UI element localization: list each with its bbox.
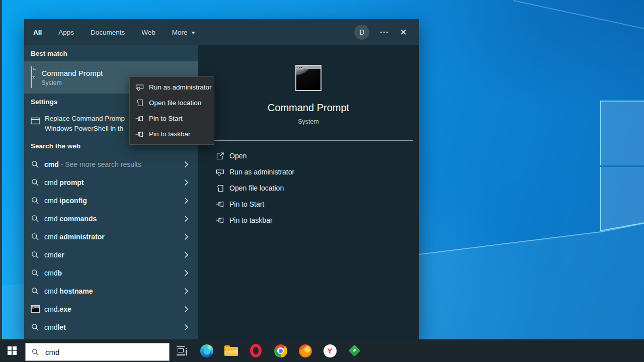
pin-icon	[216, 200, 224, 208]
result-text: cmd commands	[44, 215, 97, 223]
detail-panel: C:\_ Command Prompt System OpenRun as ad…	[198, 45, 419, 339]
pin-icon	[135, 115, 144, 123]
result-text: cmd - See more search results	[44, 160, 141, 168]
action-label: Run as administrator	[229, 168, 294, 176]
more-options-icon[interactable]	[379, 30, 389, 35]
tab-all[interactable]: All	[33, 19, 42, 45]
taskbar-search-box[interactable]	[25, 343, 170, 361]
tab-label: Web	[141, 29, 155, 36]
start-button[interactable]	[0, 339, 24, 362]
tab-documents[interactable]: Documents	[91, 19, 125, 45]
context-menu: Run as administratorOpen file locationPi…	[129, 76, 214, 145]
section-header-settings: Settings	[31, 98, 57, 106]
context-menu-item-open-file-location[interactable]: Open file location	[130, 95, 214, 111]
search-icon	[31, 197, 40, 205]
chevron-right-icon[interactable]	[184, 324, 189, 333]
opera-taskbar-icon[interactable]	[244, 339, 268, 362]
chevron-right-icon[interactable]	[184, 161, 189, 170]
close-icon[interactable]: ✕	[399, 27, 408, 38]
section-header-best-match: Best match	[31, 50, 67, 57]
search-icon	[31, 178, 40, 187]
yandex-browser-taskbar-icon[interactable]: Y	[317, 339, 342, 362]
search-icon	[31, 323, 40, 331]
result-text: cmd hostname	[44, 287, 93, 295]
taskbar-icons: Y	[170, 339, 367, 362]
detail-action-pin-to-start[interactable]: Pin to Start	[198, 196, 419, 212]
desktop: AllAppsDocumentsWebMore D ✕ Best match C…	[0, 0, 644, 362]
context-menu-item-run-as-administrator[interactable]: Run as administrator	[130, 79, 214, 95]
action-label: Open	[229, 152, 247, 160]
command-prompt-large-icon: C:\_	[198, 65, 419, 91]
shield-window-icon	[135, 83, 144, 92]
edge-taskbar-icon[interactable]	[194, 339, 219, 362]
action-label: Pin to Start	[229, 200, 264, 208]
web-result-row[interactable]: cmd hostname	[24, 282, 198, 300]
folder-page-icon	[135, 99, 144, 107]
action-label: Pin to Start	[149, 115, 183, 122]
detail-title: Command Prompt	[198, 102, 419, 114]
tab-more[interactable]: More	[172, 19, 195, 45]
search-icon	[32, 348, 39, 356]
action-label: Open file location	[149, 99, 201, 107]
result-text: cmd ipconfig	[44, 197, 87, 205]
detail-divider	[214, 140, 413, 141]
web-result-row[interactable]: cmdlet	[24, 318, 198, 336]
chevron-right-icon[interactable]	[184, 288, 189, 297]
web-result-row[interactable]: cmder	[24, 246, 198, 264]
windows-logo-pane	[600, 101, 644, 165]
tab-label: All	[33, 29, 42, 36]
search-flyout: AllAppsDocumentsWebMore D ✕ Best match C…	[24, 19, 419, 339]
chevron-down-icon	[191, 32, 195, 34]
task-view-button[interactable]	[170, 339, 194, 362]
tab-web[interactable]: Web	[141, 19, 155, 45]
context-menu-item-pin-to-start[interactable]: Pin to Start	[130, 111, 214, 126]
chevron-right-icon[interactable]	[184, 215, 189, 224]
detail-action-run-as-administrator[interactable]: Run as administrator	[198, 164, 419, 180]
chevron-right-icon[interactable]	[184, 251, 189, 260]
detail-action-pin-to-taskbar[interactable]: Pin to taskbar	[198, 212, 419, 228]
chevron-right-icon[interactable]	[184, 179, 189, 188]
settings-result-line2: Windows PowerShell in th	[45, 124, 125, 134]
search-input[interactable]	[44, 347, 157, 357]
search-icon	[31, 269, 40, 277]
result-text: cmdb	[44, 269, 62, 277]
web-result-row[interactable]: cmd.exe	[24, 300, 198, 318]
context-menu-item-pin-to-taskbar[interactable]: Pin to taskbar	[130, 126, 214, 142]
detail-action-open[interactable]: Open	[198, 148, 419, 164]
chevron-right-icon[interactable]	[184, 197, 189, 206]
web-result-row[interactable]: cmd - See more search results	[24, 155, 198, 173]
detail-action-open-file-location[interactable]: Open file location	[198, 180, 419, 196]
search-icon	[31, 233, 40, 241]
pin-icon	[216, 216, 224, 224]
action-label: Pin to taskbar	[149, 130, 191, 138]
chevron-right-icon[interactable]	[184, 306, 189, 315]
best-match-subtitle: System	[42, 79, 103, 86]
tab-apps[interactable]: Apps	[58, 19, 74, 45]
chrome-taskbar-icon[interactable]	[268, 339, 293, 362]
action-label: Run as administrator	[149, 83, 212, 91]
open-external-icon	[216, 152, 224, 160]
result-text: cmd administrator	[44, 233, 105, 241]
web-result-row[interactable]: cmd prompt	[24, 173, 198, 192]
firefox-taskbar-icon[interactable]	[293, 339, 317, 362]
file-explorer-taskbar-icon[interactable]	[219, 339, 244, 362]
search-icon	[31, 215, 40, 223]
terminal-icon	[31, 305, 40, 313]
detail-subtitle: System	[198, 118, 419, 125]
web-result-row[interactable]: cmd administrator	[24, 228, 198, 246]
web-suggestions-list: cmd - See more search resultscmd promptc…	[24, 155, 198, 336]
windows-logo-icon	[8, 346, 17, 355]
best-match-title: Command Prompt	[42, 69, 103, 77]
search-icon	[31, 251, 40, 259]
tab-label: Apps	[58, 29, 74, 36]
user-avatar[interactable]: D	[354, 25, 369, 40]
chevron-right-icon[interactable]	[184, 269, 189, 279]
chevron-right-icon[interactable]	[184, 233, 189, 242]
green-diamond-app-taskbar-icon[interactable]	[342, 339, 367, 362]
web-result-row[interactable]: cmdb	[24, 264, 198, 282]
search-icon	[31, 287, 40, 295]
web-result-row[interactable]: cmd ipconfig	[24, 192, 198, 210]
section-header-search-the-web: Search the web	[31, 142, 80, 150]
command-prompt-icon: C:\	[31, 67, 35, 87]
web-result-row[interactable]: cmd commands	[24, 210, 198, 228]
